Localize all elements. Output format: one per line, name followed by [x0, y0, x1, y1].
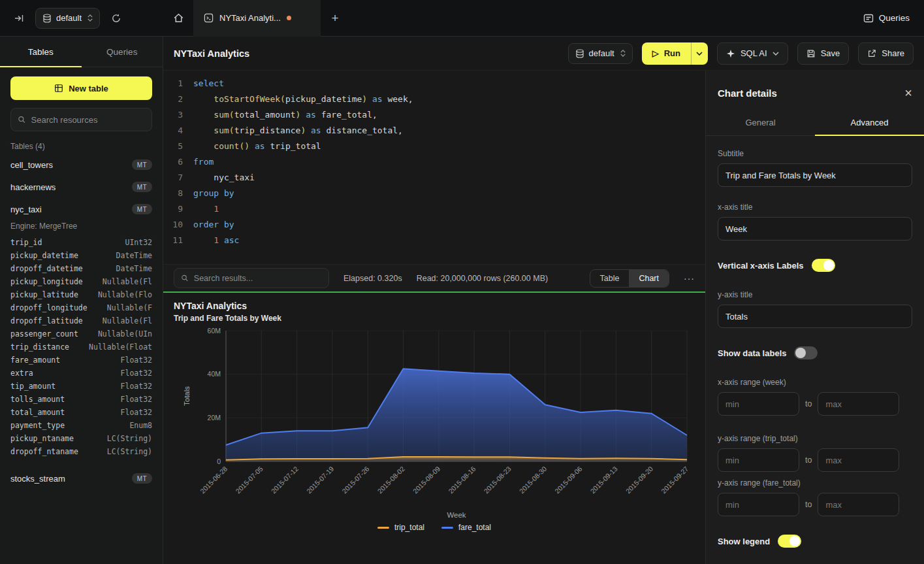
svg-text:40M: 40M — [208, 370, 221, 378]
legend-item-fare_total[interactable]: fare_total — [441, 523, 491, 532]
column-name: dropoff_ntaname — [10, 447, 78, 456]
show-legend-toggle[interactable] — [778, 535, 801, 548]
column-row[interactable]: passenger_countNullable(UIn — [10, 327, 152, 340]
column-row[interactable]: pickup_longitudeNullable(Fl — [10, 275, 152, 288]
yaxis-range-fare-min-input[interactable] — [718, 493, 799, 516]
sidebar-table-nyc_taxi[interactable]: nyc_taxiMT — [0, 198, 163, 220]
column-type: Nullable(UIn — [98, 329, 152, 339]
toggle-knob — [795, 348, 806, 358]
results-more-button[interactable]: ··· — [684, 273, 695, 284]
new-tab-button[interactable]: + — [321, 0, 349, 37]
subtitle-input[interactable] — [718, 163, 912, 187]
legend-item-trip_total[interactable]: trip_total — [377, 523, 424, 532]
code-text: group by — [193, 186, 234, 201]
column-row[interactable]: fare_amountFloat32 — [10, 354, 152, 367]
save-button[interactable]: Save — [797, 42, 850, 65]
vertical-x-labels-toggle[interactable] — [812, 259, 835, 272]
share-button[interactable]: Share — [858, 42, 914, 65]
yaxis-range-trip-max-input[interactable] — [818, 448, 899, 472]
tab-strip: NYTaxi Analyti... + — [163, 0, 349, 37]
yaxis-title-input[interactable] — [718, 305, 912, 328]
sql-editor[interactable]: 1select2 toStartOfWeek(pickup_datetime) … — [163, 71, 705, 264]
svg-text:Week: Week — [447, 511, 466, 519]
sql-ai-button[interactable]: SQL AI — [717, 42, 788, 65]
column-row[interactable]: dropoff_longitudeNullable(F — [10, 301, 152, 314]
resource-search — [10, 108, 152, 131]
code-line[interactable]: 3 sum(total_amount) as fare_total, — [163, 107, 705, 123]
table-grid-icon — [54, 84, 63, 93]
column-row[interactable]: pickup_ntanameLC(String) — [10, 432, 152, 445]
show-legend-row: Show legend — [718, 535, 912, 548]
queries-button[interactable]: Queries — [863, 13, 910, 24]
new-table-label: New table — [69, 84, 108, 93]
panel-tab-general[interactable]: General — [706, 111, 815, 135]
svg-text:2015-09-06: 2015-09-06 — [553, 465, 584, 495]
column-row[interactable]: pickup_datetimeDateTime — [10, 249, 152, 262]
home-button[interactable] — [163, 0, 193, 37]
column-row[interactable]: trip_idUInt32 — [10, 236, 152, 249]
sidebar-tab-queries[interactable]: Queries — [82, 37, 163, 67]
xaxis-range-min-input[interactable] — [718, 392, 799, 416]
data-labels-toggle[interactable] — [794, 346, 818, 359]
legend-swatch — [377, 527, 389, 529]
save-icon — [806, 49, 816, 58]
column-row[interactable]: extraFloat32 — [10, 367, 152, 380]
column-row[interactable]: trip_distanceNullable(Float — [10, 340, 152, 354]
results-search-input[interactable] — [194, 274, 322, 283]
code-line[interactable]: 1select — [163, 76, 705, 91]
code-line[interactable]: 10order by — [163, 217, 705, 233]
yaxis-range-fare-max-input[interactable] — [818, 493, 899, 516]
panel-header: Chart details × — [706, 71, 924, 111]
query-header: NYTaxi Analytics default ▷ Run — [163, 37, 924, 71]
panel-tab-advanced[interactable]: Advanced — [815, 111, 924, 135]
column-type: DateTime — [116, 264, 152, 273]
yaxis-range-trip-min-input[interactable] — [718, 448, 799, 472]
column-row[interactable]: tip_amountFloat32 — [10, 380, 152, 393]
new-table-button[interactable]: New table — [10, 76, 152, 100]
column-row[interactable]: total_amountFloat32 — [10, 406, 152, 419]
column-row[interactable]: dropoff_latitudeNullable(Fl — [10, 314, 152, 327]
sidebar-table-stocks_stream[interactable]: stocks_streamMT — [0, 467, 163, 489]
column-row[interactable]: payment_typeEnum8 — [10, 419, 152, 432]
code-line[interactable]: 8group by — [163, 186, 705, 201]
code-line[interactable]: 11 1 asc — [163, 233, 705, 248]
column-row[interactable]: dropoff_ntanameLC(String) — [10, 445, 152, 458]
xaxis-title-input[interactable] — [718, 217, 912, 241]
refresh-button[interactable] — [106, 8, 126, 28]
run-options-chevron[interactable] — [691, 42, 708, 65]
column-name: pickup_ntaname — [10, 434, 74, 443]
code-line[interactable]: 7 nyc_taxi — [163, 170, 705, 186]
run-button-main[interactable]: ▷ Run — [642, 42, 691, 65]
table-name: nyc_taxi — [10, 205, 42, 214]
view-tab-table[interactable]: Table — [590, 270, 629, 287]
resource-search-input[interactable] — [31, 115, 145, 125]
view-tab-chart[interactable]: Chart — [629, 270, 669, 287]
code-line[interactable]: 9 1 — [163, 201, 705, 217]
code-line[interactable]: 5 count() as trip_total — [163, 139, 705, 154]
topbar-database-selector[interactable]: default — [35, 8, 100, 29]
code-line[interactable]: 2 toStartOfWeek(pickup_datetime) as week… — [163, 91, 705, 107]
collapse-sidebar-button[interactable] — [9, 8, 29, 28]
subtitle-field-label: Subtitle — [718, 149, 912, 158]
query-tab[interactable]: NYTaxi Analyti... — [193, 0, 321, 37]
run-button[interactable]: ▷ Run — [642, 42, 708, 65]
code-line[interactable]: 4 sum(trip_distance) as distance_total, — [163, 123, 705, 139]
close-icon[interactable]: × — [904, 86, 912, 99]
column-name: total_amount — [10, 408, 65, 417]
chart-details-panel: Chart details × General Advanced Subtitl… — [705, 71, 924, 564]
query-database-selector[interactable]: default — [568, 43, 633, 64]
sidebar-tab-tables[interactable]: Tables — [0, 37, 82, 67]
svg-text:2015-08-09: 2015-08-09 — [411, 465, 442, 495]
column-row[interactable]: tolls_amountFloat32 — [10, 393, 152, 406]
column-type: Nullable(Float — [89, 342, 152, 352]
column-row[interactable]: pickup_latitudeNullable(Flo — [10, 288, 152, 301]
sidebar-table-cell_towers[interactable]: cell_towersMT — [0, 154, 163, 176]
sidebar-table-hackernews[interactable]: hackernewsMT — [0, 176, 163, 198]
svg-text:0: 0 — [217, 457, 221, 465]
column-name: fare_amount — [10, 356, 60, 365]
xaxis-range-max-input[interactable] — [818, 392, 899, 416]
data-labels-row: Show data labels — [718, 346, 912, 359]
code-line[interactable]: 6from — [163, 154, 705, 170]
to-label: to — [805, 399, 812, 408]
column-row[interactable]: dropoff_datetimeDateTime — [10, 262, 152, 275]
